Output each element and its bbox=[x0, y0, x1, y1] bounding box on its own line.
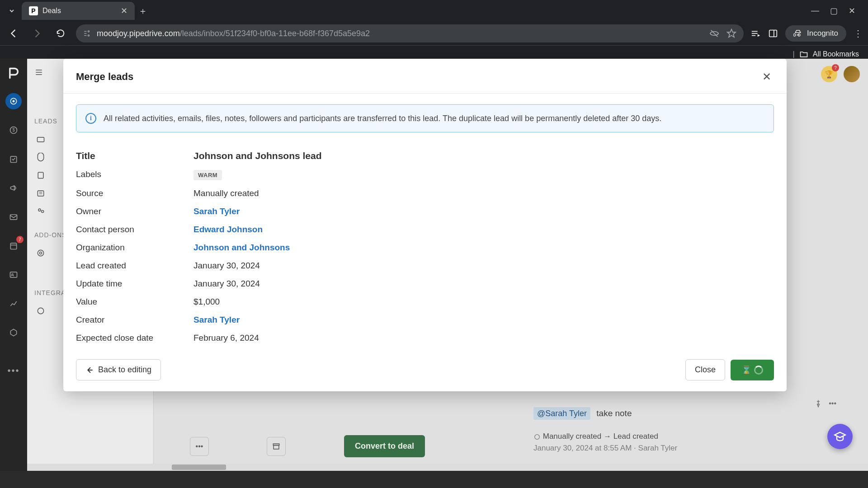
browser-chrome: P Deals ✕ ＋ ― ▢ ✕ moodjoy.pipedrive.com/… bbox=[0, 0, 868, 59]
svg-rect-8 bbox=[769, 30, 777, 37]
modal-footer: Back to editing Close ⌛ bbox=[63, 356, 787, 391]
field-label-org: Organization bbox=[76, 243, 193, 253]
eye-off-icon[interactable] bbox=[709, 28, 719, 38]
browser-tab[interactable]: P Deals ✕ bbox=[22, 2, 135, 20]
svg-rect-7 bbox=[752, 35, 755, 36]
modal-title: Merge leads bbox=[76, 71, 133, 83]
field-label-labels: Labels bbox=[76, 169, 193, 180]
field-value-contact[interactable]: Edward Johnson bbox=[193, 225, 263, 235]
label-chip-warm: WARM bbox=[193, 170, 222, 180]
merge-button-loading[interactable]: ⌛ bbox=[731, 360, 774, 380]
svg-rect-1 bbox=[84, 33, 86, 34]
field-value-org[interactable]: Johnson and Johnsons bbox=[193, 243, 290, 253]
hourglass-cursor-icon: ⌛ bbox=[741, 365, 751, 375]
spinner-icon bbox=[754, 366, 763, 375]
window-controls: ― ▢ ✕ bbox=[811, 6, 864, 16]
menu-dots-icon[interactable]: ⋮ bbox=[854, 28, 863, 39]
star-icon[interactable] bbox=[726, 28, 736, 38]
horizontal-scrollbar[interactable] bbox=[27, 464, 868, 471]
address-bar: moodjoy.pipedrive.com/leads/inbox/51f234… bbox=[0, 22, 868, 45]
svg-point-3 bbox=[88, 31, 90, 32]
incognito-label: Incognito bbox=[807, 29, 838, 38]
incognito-icon bbox=[793, 29, 802, 38]
field-label-value: Value bbox=[76, 297, 193, 307]
field-value-owner[interactable]: Sarah Tyler bbox=[193, 206, 240, 216]
svg-rect-6 bbox=[752, 33, 758, 34]
panel-icon[interactable] bbox=[768, 28, 778, 38]
close-button-label: Close bbox=[695, 365, 716, 375]
info-text: All related activities, emails, files, n… bbox=[104, 114, 661, 123]
reload-icon[interactable] bbox=[52, 25, 69, 42]
svg-rect-2 bbox=[84, 35, 86, 36]
tab-title: Deals bbox=[42, 7, 61, 15]
svg-rect-5 bbox=[752, 31, 758, 32]
maximize-icon[interactable]: ▢ bbox=[830, 6, 838, 16]
field-value-created: January 30, 2024 bbox=[193, 261, 260, 271]
tab-favicon: P bbox=[29, 6, 38, 15]
modal-header: Merge leads ✕ bbox=[63, 59, 787, 94]
minimize-icon[interactable]: ― bbox=[811, 6, 819, 16]
close-window-icon[interactable]: ✕ bbox=[849, 6, 855, 16]
app-area: $ 7 ••• bbox=[0, 59, 868, 471]
field-label-source: Source bbox=[76, 188, 193, 198]
folder-icon bbox=[799, 50, 808, 59]
tab-dropdown-icon[interactable] bbox=[4, 3, 20, 19]
back-button-label: Back to editing bbox=[98, 365, 151, 375]
field-value-title: Johnson and Johnsons lead bbox=[193, 150, 322, 161]
incognito-badge[interactable]: Incognito bbox=[785, 25, 846, 42]
field-label-creator: Creator bbox=[76, 315, 193, 325]
field-value-creator[interactable]: Sarah Tyler bbox=[193, 315, 240, 325]
tab-bar: P Deals ✕ ＋ ― ▢ ✕ bbox=[0, 0, 868, 22]
new-tab-button[interactable]: ＋ bbox=[138, 3, 155, 19]
back-icon[interactable] bbox=[5, 25, 22, 42]
field-value-value: $1,000 bbox=[193, 297, 220, 307]
field-label-contact: Contact person bbox=[76, 225, 193, 235]
media-icon[interactable] bbox=[751, 28, 761, 38]
site-settings-icon[interactable] bbox=[83, 29, 91, 38]
field-value-expected: February 6, 2024 bbox=[193, 333, 259, 343]
close-icon[interactable]: ✕ bbox=[760, 70, 774, 84]
extension-icons: Incognito ⋮ bbox=[751, 25, 863, 42]
url-text: moodjoy.pipedrive.com/leads/inbox/51f234… bbox=[97, 29, 370, 38]
field-value-updated: January 30, 2024 bbox=[193, 279, 260, 289]
scrollbar-thumb[interactable] bbox=[172, 465, 226, 470]
arrow-left-icon bbox=[85, 366, 94, 374]
field-label-created: Lead created bbox=[76, 261, 193, 271]
close-button[interactable]: Close bbox=[685, 359, 725, 380]
graduation-cap-icon bbox=[834, 430, 846, 443]
field-label-owner: Owner bbox=[76, 206, 193, 216]
url-bar[interactable]: moodjoy.pipedrive.com/leads/inbox/51f234… bbox=[76, 24, 744, 42]
svg-point-4 bbox=[88, 35, 90, 36]
help-fab-button[interactable] bbox=[827, 424, 853, 449]
forward-icon[interactable] bbox=[29, 25, 45, 42]
modal-body: i All related activities, emails, files,… bbox=[63, 94, 787, 356]
info-banner: i All related activities, emails, files,… bbox=[76, 104, 774, 132]
tab-close-icon[interactable]: ✕ bbox=[121, 6, 127, 16]
field-value-source: Manually created bbox=[193, 188, 259, 198]
merge-leads-modal: Merge leads ✕ i All related activities, … bbox=[63, 59, 787, 391]
all-bookmarks-link[interactable]: All Bookmarks bbox=[813, 50, 859, 58]
svg-rect-0 bbox=[84, 31, 86, 32]
back-to-editing-button[interactable]: Back to editing bbox=[76, 359, 161, 380]
field-label-expected: Expected close date bbox=[76, 333, 193, 343]
field-label-updated: Update time bbox=[76, 279, 193, 289]
info-icon: i bbox=[85, 113, 96, 124]
field-label-title: Title bbox=[76, 150, 193, 161]
